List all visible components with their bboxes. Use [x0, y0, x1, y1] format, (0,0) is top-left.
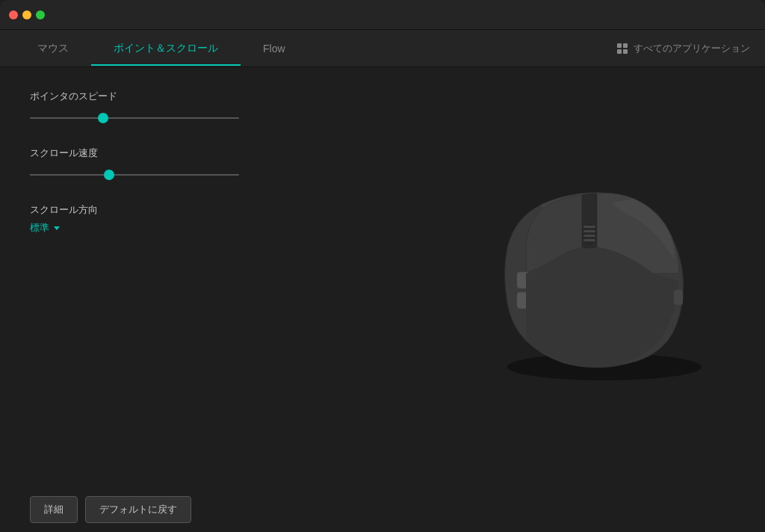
- tab-point-scroll[interactable]: ポイント＆スクロール: [91, 31, 241, 66]
- details-button[interactable]: 詳細: [30, 496, 78, 523]
- close-button[interactable]: [9, 10, 18, 19]
- bottom-buttons: 詳細 デフォルトに戻す: [0, 487, 765, 532]
- tab-group: マウス ポイント＆スクロール Flow: [15, 31, 308, 66]
- scroll-speed-track: [30, 174, 239, 176]
- tab-flow[interactable]: Flow: [241, 32, 308, 65]
- main-content: ポインタのスピード スクロール速度 スクロール方向 標準: [0, 67, 765, 487]
- maximize-button[interactable]: [36, 10, 45, 19]
- scroll-speed-label: スクロール速度: [30, 146, 451, 160]
- pointer-speed-setting: ポインタのスピード: [30, 90, 451, 126]
- reset-button[interactable]: デフォルトに戻す: [85, 496, 191, 523]
- scroll-speed-setting: スクロール速度: [30, 146, 451, 182]
- pointer-speed-fill: [30, 117, 103, 119]
- scroll-direction-value: 標準: [30, 221, 49, 235]
- all-apps-button[interactable]: すべてのアプリケーション: [617, 42, 750, 55]
- pointer-speed-slider[interactable]: [30, 111, 239, 126]
- settings-panel: ポインタのスピード スクロール速度 スクロール方向 標準: [30, 90, 451, 472]
- traffic-lights: [9, 10, 45, 19]
- grid-icon: [617, 43, 628, 54]
- scroll-speed-fill: [30, 174, 109, 176]
- chevron-down-icon: [54, 226, 60, 230]
- svg-rect-5: [583, 230, 595, 232]
- titlebar: [0, 0, 765, 30]
- scroll-direction-setting: スクロール方向 標準: [30, 203, 451, 235]
- svg-rect-7: [583, 239, 595, 241]
- pointer-speed-thumb[interactable]: [98, 113, 108, 123]
- svg-rect-4: [583, 226, 595, 228]
- scroll-direction-label: スクロール方向: [30, 203, 451, 217]
- scroll-direction-dropdown[interactable]: 標準: [30, 221, 451, 235]
- pointer-speed-label: ポインタのスピード: [30, 90, 451, 103]
- svg-rect-6: [583, 235, 595, 237]
- tab-mouse[interactable]: マウス: [15, 31, 91, 66]
- svg-rect-8: [674, 290, 683, 305]
- mouse-image: [466, 176, 720, 386]
- tab-bar: マウス ポイント＆スクロール Flow すべてのアプリケーション: [0, 30, 765, 67]
- scroll-speed-thumb[interactable]: [104, 170, 114, 180]
- pointer-speed-track: [30, 117, 239, 119]
- scroll-speed-slider[interactable]: [30, 167, 239, 182]
- minimize-button[interactable]: [22, 10, 31, 19]
- mouse-image-area: [451, 90, 735, 472]
